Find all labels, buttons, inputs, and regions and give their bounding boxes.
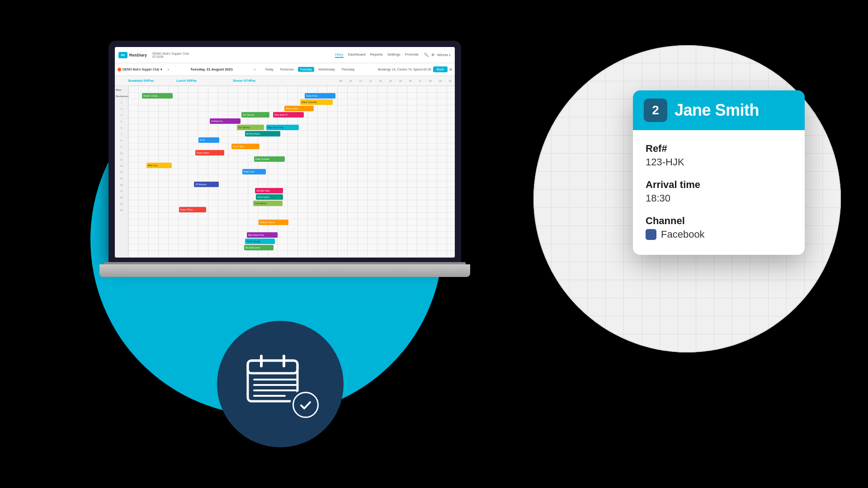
laptop-base [99, 264, 470, 277]
day-tabs: Today Tomorrow Tuesday Wednesday Thursda… [263, 67, 357, 72]
booking-peter1[interactable]: Peter Dumble [254, 156, 285, 162]
popup-channel-value: Facebook [661, 229, 705, 240]
book-button[interactable]: Book [433, 66, 448, 72]
popup-channel-row: Facebook [646, 229, 792, 240]
tab-today[interactable]: Today [263, 67, 276, 72]
facebook-icon [646, 229, 656, 240]
booking-peter2[interactable]: Peter Dum [242, 169, 266, 174]
booking-popup: 2 Jane Smith Ref# 123-HJK Arrival time 1… [633, 90, 805, 255]
calendar-icon-circle [217, 321, 344, 447]
svg-rect-1 [248, 361, 297, 373]
nav-dashboard[interactable]: Dashboard [348, 52, 366, 58]
time-11: 11 [355, 80, 365, 82]
checkmark-circle [292, 392, 319, 418]
prev-date-button[interactable]: ‹ [168, 67, 169, 72]
booking-miss-ewan1[interactable]: Miss Ewan P... [273, 112, 304, 117]
diary-toolbar: DEMO Bob's Supper Club ▾ ‹ Tuesday, 31 A… [115, 63, 455, 76]
logo-text: ResDiary [129, 53, 147, 57]
booking-jr[interactable]: JR Massey [194, 182, 219, 187]
checkmark-badge [290, 389, 321, 420]
tab-tuesday[interactable]: Tuesday [298, 67, 315, 72]
booking-adam[interactable]: Adam Connelly [300, 99, 333, 105]
nav-settings[interactable]: Settings [387, 52, 401, 58]
date-label: Tuesday, 31 August 2021 [190, 67, 233, 71]
booking-miss-ewan3[interactable]: Miss Ewan Parr [247, 232, 278, 238]
tab-tomorrow[interactable]: Tomorrow [278, 67, 296, 72]
session-header-row: Breakfast 0/0Pax Lunch 0/0Pax Dinner 0/7… [115, 76, 455, 86]
tab-thursday[interactable]: Thursday [339, 67, 357, 72]
nav-promote[interactable]: Promote [405, 52, 419, 58]
demo-id: ID 5206 [152, 55, 189, 58]
app-header: RD ResDiary DEMO Bob's Supper Club ID 52… [115, 47, 455, 63]
booking-mrstaff[interactable]: Mr Staff Jones [244, 245, 274, 250]
booking-dave2[interactable]: Dave Lipson [284, 106, 314, 111]
tab-wednesday[interactable]: Wednesday [316, 67, 337, 72]
laptop-mockup: RD ResDiary DEMO Bob's Supper Club ID 52… [99, 41, 470, 303]
grid-lines [128, 86, 455, 258]
booking-debbie[interactable]: Debbie Carroe [259, 220, 288, 225]
time-20: 20 [445, 80, 455, 82]
booking-katie[interactable]: Katie O'Don... [179, 207, 206, 212]
time-10: 10 [345, 80, 355, 82]
session-breakfast: Breakfast 0/0Pax [128, 79, 154, 82]
time-15: 15 [395, 80, 405, 82]
demo-name: DEMO Bob's Supper Club [152, 52, 189, 55]
booking-yusuf[interactable]: Yusuf Tanır [231, 144, 259, 149]
laptop-screen: RD ResDiary DEMO Bob's Supper Club ID 52… [115, 47, 455, 258]
time-12: 12 [365, 80, 375, 82]
diary-grid: Main Restaurant 1 2 3 4 5 6 7 8 9 10 11 [115, 86, 455, 258]
search-icon[interactable]: 🔍 [424, 53, 429, 57]
popup-arrival-field: Arrival time 18:30 [646, 179, 792, 204]
popup-ref-field: Ref# 123-HJK [646, 143, 792, 168]
time-16: 16 [405, 80, 415, 82]
settings-icon[interactable]: ⚙ [431, 53, 434, 57]
booking-dave3[interactable]: Dave Lipson [195, 150, 224, 155]
grid-cells: Nicole Compe... Ewan Parry Adam Connelly… [128, 86, 455, 258]
popup-body: Ref# 123-HJK Arrival time 18:30 Channel … [633, 130, 805, 255]
popup-arrival-label: Arrival time [646, 179, 792, 191]
venue-selector[interactable]: DEMO Bob's Supper Club ▾ [118, 68, 162, 71]
booking-yvette[interactable]: Yvette Stragle [245, 239, 275, 244]
booking-jim2[interactable]: Jim Tierney [237, 125, 264, 130]
checkmark-icon [298, 398, 313, 412]
time-13: 13 [375, 80, 385, 82]
view-toggle[interactable]: ⊞ [449, 68, 452, 71]
booking-rui[interactable]: Mr-Rui-Pedro [245, 131, 280, 136]
header-icons: 🔍 ⚙ Winnie L [424, 53, 451, 57]
next-date-button[interactable]: › [254, 67, 255, 72]
popup-channel-label: Channel [646, 215, 792, 227]
time-09: 09 [335, 80, 345, 82]
app-logo: RD ResDiary [118, 52, 147, 58]
user-label[interactable]: Winnie L [437, 53, 451, 57]
booking-nicole[interactable]: Nicole Compe... [142, 93, 173, 99]
popup-header: 2 Jane Smith [633, 90, 805, 130]
venue-dropdown-icon[interactable]: ▾ [160, 68, 162, 71]
booking-ewan[interactable]: Ewan Parry [305, 93, 335, 99]
popup-channel-field: Channel Facebook [646, 215, 792, 240]
table-numbers: Main Restaurant 1 2 3 4 5 6 7 8 9 10 11 [115, 86, 128, 258]
time-17: 17 [415, 80, 425, 82]
nav-reports[interactable]: Reports [370, 52, 383, 58]
booking-jennifer[interactable]: Jennifer Park [255, 188, 283, 193]
logo-icon: RD [118, 52, 127, 58]
section-header: Main Restaurant [115, 87, 128, 93]
booking-andrew[interactable]: Andrew Go... [210, 118, 241, 124]
booking-miss-ewan2[interactable]: Miss Ewan Parr [266, 125, 299, 130]
venue-name: DEMO Bob's Supper Club [123, 68, 159, 71]
laptop-bezel: RD ResDiary DEMO Bob's Supper Club ID 52… [108, 41, 461, 262]
session-lunch: Lunch 0/0Pax [176, 79, 197, 82]
booking-mike[interactable]: Mike Con... [146, 163, 172, 168]
booking-hihi[interactable]: Hi Hi [198, 137, 219, 143]
booking-dave4[interactable]: Dave Lipson [256, 194, 283, 200]
time-19: 19 [435, 80, 445, 82]
booking-colin[interactable]: Colin Mirner [253, 201, 283, 206]
nav-diary[interactable]: Diary [335, 52, 344, 58]
venue-status-dot [118, 68, 121, 71]
bookings-summary: Bookings 14, Covers 74, Spend £0.00 [378, 68, 431, 71]
session-dinner: Dinner 0/74Pax [233, 79, 255, 82]
time-labels: 09 10 11 12 13 14 15 16 17 18 19 20 [335, 80, 455, 82]
popup-covers-number: 2 [644, 99, 667, 122]
booking-jim1[interactable]: Jim Tierney [241, 112, 269, 117]
popup-ref-value: 123-HJK [646, 156, 792, 168]
popup-guest-name: Jane Smith [675, 101, 759, 120]
